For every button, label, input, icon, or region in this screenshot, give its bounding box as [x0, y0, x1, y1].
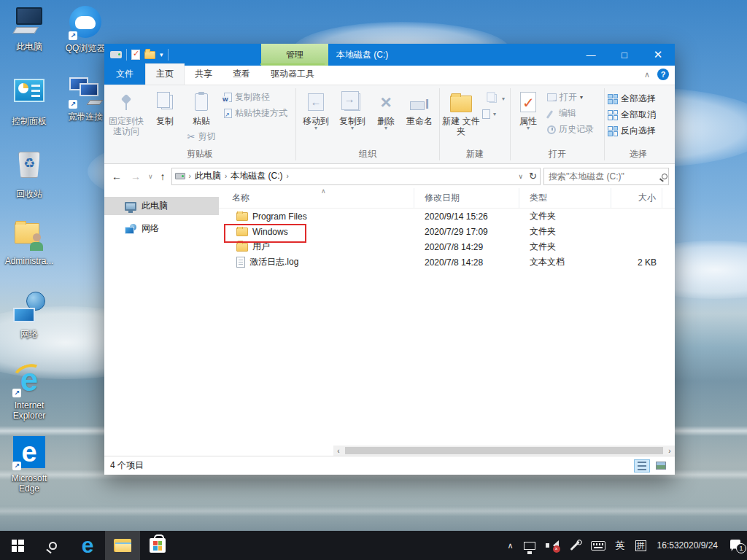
- tray-volume-muted-icon[interactable]: ×: [541, 531, 564, 560]
- search-icon: [49, 542, 57, 550]
- easy-access-button[interactable]: ▾: [482, 91, 505, 106]
- back-button[interactable]: ←: [109, 171, 125, 182]
- rename-button[interactable]: 重命名: [401, 88, 438, 128]
- tab-file[interactable]: 文件: [104, 63, 145, 85]
- minimize-button[interactable]: —: [574, 44, 608, 66]
- action-center-button[interactable]: 1: [724, 531, 747, 560]
- tab-home[interactable]: 主页: [145, 63, 185, 85]
- breadcrumb-this-pc[interactable]: 此电脑: [195, 170, 221, 182]
- search-input[interactable]: [549, 171, 662, 182]
- scroll-right-icon[interactable]: ›: [665, 447, 675, 455]
- column-header-name[interactable]: 名称: [219, 188, 414, 208]
- tray-clock[interactable]: 16:53 2020/9/24: [651, 531, 724, 560]
- breadcrumb-local-disk-c[interactable]: 本地磁盘 (C:): [231, 170, 282, 182]
- file-explorer-icon: [114, 539, 131, 552]
- location-drive-icon: [175, 173, 185, 179]
- tab-drive-tools[interactable]: 驱动器工具: [260, 63, 325, 85]
- nav-item-network[interactable]: 网络: [104, 219, 219, 238]
- title-bar[interactable]: ▾ 管理 本地磁盘 (C:) — □ ✕: [104, 44, 675, 66]
- tab-view[interactable]: 查看: [222, 64, 260, 85]
- history-button[interactable]: 历史记录: [547, 123, 594, 136]
- tray-touch-keyboard-icon[interactable]: [586, 531, 611, 560]
- desktop-icon-control-panel[interactable]: 控制面板: [4, 74, 55, 126]
- tray-pen-icon[interactable]: [564, 531, 586, 560]
- scroll-left-icon[interactable]: ‹: [333, 447, 344, 455]
- tray-ime-indicator[interactable]: 拼: [630, 531, 651, 560]
- collapse-ribbon-icon[interactable]: ∧: [644, 70, 650, 79]
- desktop-icon-administrator[interactable]: Administra...: [4, 219, 55, 266]
- properties-button[interactable]: 属性▾: [512, 88, 544, 132]
- recent-locations-icon[interactable]: ∨: [147, 173, 155, 180]
- paste-shortcut-icon: [224, 109, 232, 118]
- search-box[interactable]: [543, 168, 669, 185]
- drive-icon: [110, 51, 122, 58]
- folder-icon: [236, 212, 248, 221]
- taskbar-search-button[interactable]: [35, 531, 70, 560]
- help-icon[interactable]: ?: [657, 69, 669, 80]
- breadcrumb[interactable]: › 此电脑 › 本地磁盘 (C:) › ∨ ↻: [171, 168, 541, 185]
- invert-selection-button[interactable]: 反向选择: [608, 125, 656, 137]
- taskbar-explorer-button[interactable]: [105, 531, 140, 560]
- taskbar-edge-button[interactable]: e: [70, 531, 105, 560]
- paste-shortcut-button[interactable]: 粘贴快捷方式: [224, 107, 287, 120]
- pin-to-quick-access-button[interactable]: 固定到快速访问: [106, 88, 147, 138]
- thumbnail-view-button[interactable]: [653, 459, 669, 472]
- desktop-icon-recycle-bin[interactable]: 回收站: [4, 149, 55, 199]
- desktop-icon-network[interactable]: 网络: [4, 292, 55, 339]
- horizontal-scrollbar[interactable]: ‹ ›: [333, 446, 675, 456]
- copy-to-button[interactable]: 复制到▾: [334, 88, 371, 132]
- copy-path-button[interactable]: 复制路径: [224, 91, 287, 104]
- properties-quick-icon[interactable]: [131, 50, 140, 60]
- maximize-button[interactable]: □: [608, 44, 641, 66]
- control-panel-icon: [12, 79, 47, 114]
- desktop-icon-broadband[interactable]: ↗ 宽带连接: [60, 74, 111, 122]
- desktop-icon-microsoft-edge[interactable]: e↗ Microsoft Edge: [4, 435, 55, 494]
- desktop-icon-this-pc[interactable]: 此电脑: [4, 4, 55, 52]
- cut-button[interactable]: ✂剪切: [187, 131, 216, 143]
- open-group-label: 打开: [512, 146, 603, 163]
- broadband-icon: ↗: [68, 74, 103, 109]
- taskbar-store-button[interactable]: [140, 531, 175, 560]
- new-folder-quick-icon[interactable]: [144, 51, 155, 59]
- copy-button[interactable]: 复制: [147, 88, 183, 128]
- details-view-button[interactable]: [634, 459, 650, 472]
- edit-button[interactable]: 编辑: [547, 107, 594, 120]
- desktop-icon-qq-browser[interactable]: ↗ QQ浏览器: [60, 4, 111, 53]
- column-headers: ∧ 名称 修改日期 类型 大小: [219, 188, 675, 209]
- qat-dropdown-icon[interactable]: ▾: [160, 51, 163, 58]
- file-row-windows[interactable]: Windows 2020/7/29 17:09 文件夹: [219, 224, 675, 239]
- explorer-window: ▾ 管理 本地磁盘 (C:) — □ ✕ 文件 主页 共享 查看 驱动器工具 ∧…: [104, 44, 675, 475]
- tray-language-indicator[interactable]: 英: [611, 531, 630, 560]
- window-title: 本地磁盘 (C:): [336, 44, 388, 66]
- nav-item-this-pc[interactable]: 此电脑: [104, 197, 219, 215]
- properties-check-icon: [520, 92, 536, 112]
- select-all-button[interactable]: 全部选择: [608, 93, 656, 105]
- file-row-activation-log[interactable]: 激活日志.log 2020/7/8 14:28 文本文档 2 KB: [219, 254, 675, 270]
- refresh-icon[interactable]: ↻: [529, 171, 537, 182]
- ribbon: 固定到快速访问 复制 粘贴 ✂剪切 复制路径: [104, 85, 675, 164]
- column-header-date[interactable]: 修改日期: [414, 188, 519, 208]
- tray-network-icon[interactable]: [519, 531, 541, 560]
- up-button[interactable]: ↑: [158, 171, 169, 182]
- tray-chevron-up-icon[interactable]: ∧: [503, 531, 519, 560]
- new-folder-button[interactable]: 新建 文件夹: [441, 88, 481, 138]
- file-row-program-files[interactable]: Program Files 2020/9/14 15:26 文件夹: [219, 209, 675, 224]
- tab-share[interactable]: 共享: [185, 64, 222, 85]
- forward-button[interactable]: →: [128, 171, 144, 182]
- column-header-type[interactable]: 类型: [519, 188, 611, 208]
- manage-context-tab[interactable]: 管理: [261, 44, 328, 66]
- address-dropdown-icon[interactable]: ∨: [519, 173, 524, 180]
- select-none-button[interactable]: 全部取消: [608, 109, 656, 121]
- copy-icon: [161, 95, 173, 109]
- open-button[interactable]: 打开▾: [547, 91, 594, 104]
- file-row-users[interactable]: 用户 2020/7/8 14:29 文件夹: [219, 239, 675, 254]
- delete-button[interactable]: × 删除▾: [371, 88, 401, 132]
- move-to-button[interactable]: 移动到▾: [298, 88, 334, 132]
- scrollbar-thumb[interactable]: [345, 447, 663, 454]
- column-header-size[interactable]: 大小: [611, 188, 662, 208]
- desktop-icon-internet-explorer[interactable]: e↗ Internet Explorer: [4, 363, 55, 421]
- new-item-button[interactable]: ▾: [482, 109, 505, 119]
- close-button[interactable]: ✕: [641, 44, 675, 66]
- paste-button[interactable]: 粘贴 ✂剪切: [183, 88, 220, 144]
- start-button[interactable]: [0, 531, 35, 560]
